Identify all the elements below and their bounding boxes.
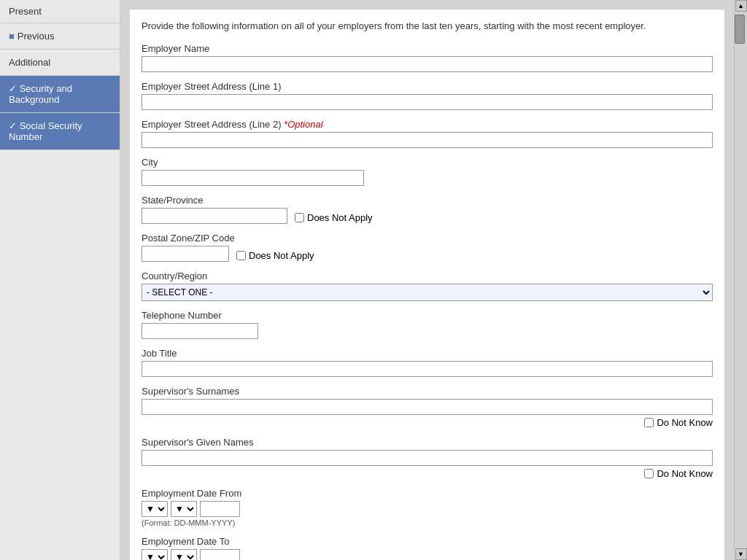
does-not-apply-1-checkbox[interactable]: [295, 213, 304, 222]
sidebar-item-security-background[interactable]: Security and Background: [0, 76, 120, 113]
supervisor-surnames-input[interactable]: [142, 399, 713, 415]
sidebar-item-present[interactable]: Present: [0, 0, 120, 23]
do-not-know-1-checkbox[interactable]: [644, 418, 654, 427]
state-input[interactable]: [142, 208, 287, 224]
employer-street2-label: Employer Street Address (Line 2) *Option…: [142, 119, 713, 130]
supervisor-given-names-group: Supervisor's Given Names Do Not Know: [142, 437, 713, 479]
date-to-month-select[interactable]: ▼: [171, 549, 197, 560]
city-label: City: [142, 157, 713, 168]
telephone-group: Telephone Number: [142, 310, 713, 339]
job-title-label: Job Title: [142, 348, 713, 359]
employer-street1-input[interactable]: [142, 94, 713, 110]
date-from-format: (Format: DD-MMM-YYYY): [142, 518, 713, 527]
main-content: Provide the following information on all…: [120, 0, 734, 560]
employer-street2-input[interactable]: [142, 132, 713, 148]
supervisor-given-names-label: Supervisor's Given Names: [142, 437, 713, 448]
date-to-year-input[interactable]: [200, 549, 240, 560]
postal-group: Postal Zone/ZIP Code Does Not Apply: [142, 233, 713, 262]
sidebar-item-social-security[interactable]: Social Security Number: [0, 113, 120, 150]
supervisor-surnames-group: Supervisor's Surnames Do Not Know: [142, 386, 713, 428]
does-not-apply-1-label[interactable]: Does Not Apply: [295, 212, 373, 223]
date-from-day-select[interactable]: ▼: [142, 501, 168, 517]
country-group: Country/Region - SELECT ONE -: [142, 271, 713, 301]
scroll-up-arrow[interactable]: ▲: [735, 0, 747, 12]
telephone-input[interactable]: [142, 323, 258, 339]
does-not-apply-2-label[interactable]: Does Not Apply: [236, 250, 314, 261]
employer-street2-group: Employer Street Address (Line 2) *Option…: [142, 119, 713, 148]
employer-name-input[interactable]: [142, 56, 713, 72]
date-to-day-select[interactable]: ▼: [142, 549, 168, 560]
optional-tag: *Optional: [284, 119, 322, 130]
state-label: State/Province: [142, 195, 713, 206]
form-container: Provide the following information on all…: [129, 9, 725, 560]
telephone-label: Telephone Number: [142, 310, 713, 321]
scrollbar: ▲ ▼: [734, 0, 747, 560]
does-not-apply-2-checkbox[interactable]: [236, 251, 246, 260]
do-not-know-2-checkbox[interactable]: [644, 469, 654, 478]
employment-date-to-group: Employment Date To ▼ ▼ (Format: DD-MMM-Y…: [142, 536, 713, 560]
city-group: City: [142, 157, 713, 186]
country-select[interactable]: - SELECT ONE -: [142, 284, 713, 301]
supervisor-surnames-label: Supervisor's Surnames: [142, 386, 713, 397]
employment-date-to-label: Employment Date To: [142, 536, 713, 547]
date-from-month-select[interactable]: ▼: [171, 501, 197, 517]
date-from-year-input[interactable]: [200, 501, 240, 517]
employer-street1-group: Employer Street Address (Line 1): [142, 81, 713, 110]
country-label: Country/Region: [142, 271, 713, 281]
intro-text: Provide the following information on all…: [142, 20, 713, 33]
employer-name-label: Employer Name: [142, 43, 713, 54]
postal-input[interactable]: [142, 246, 229, 262]
scrollbar-thumb[interactable]: [735, 15, 745, 44]
employment-date-from-label: Employment Date From: [142, 488, 713, 499]
sidebar-item-additional[interactable]: Additional: [0, 50, 120, 76]
do-not-know-2-label: Do Not Know: [657, 468, 713, 479]
postal-label: Postal Zone/ZIP Code: [142, 233, 713, 244]
scroll-down-arrow[interactable]: ▼: [735, 548, 747, 560]
city-input[interactable]: [142, 170, 364, 186]
state-group: State/Province Does Not Apply: [142, 195, 713, 224]
employer-street1-label: Employer Street Address (Line 1): [142, 81, 713, 92]
sidebar: Present ■ Previous Additional Security a…: [0, 0, 120, 560]
supervisor-given-names-input[interactable]: [142, 450, 713, 466]
employer-name-group: Employer Name: [142, 43, 713, 72]
employment-date-from-group: Employment Date From ▼ ▼ (Format: DD-MMM…: [142, 488, 713, 527]
sidebar-item-previous[interactable]: ■ Previous: [0, 23, 120, 50]
job-title-input[interactable]: [142, 361, 713, 377]
job-title-group: Job Title: [142, 348, 713, 377]
do-not-know-1-label: Do Not Know: [657, 417, 713, 428]
